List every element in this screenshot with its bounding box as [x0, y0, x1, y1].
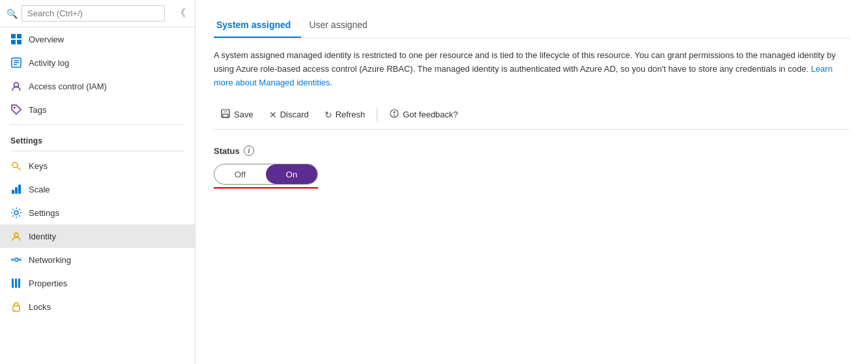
- toolbar: Save ✕ Discard ↻ Refresh Got feedback?: [214, 100, 850, 130]
- sidebar-item-locks[interactable]: Locks: [0, 295, 195, 318]
- sidebar-item-access-control[interactable]: Access control (IAM): [0, 74, 195, 98]
- discard-label: Discard: [280, 110, 309, 119]
- toggle-off-option[interactable]: Off: [214, 164, 266, 184]
- sidebar-item-identity-label: Identity: [29, 232, 56, 241]
- description-text: A system assigned managed identity is re…: [214, 49, 839, 89]
- discard-icon: ✕: [269, 110, 277, 120]
- svg-point-9: [14, 107, 16, 109]
- settings-divider: [10, 151, 184, 151]
- sidebar-item-activity-log-label: Activity log: [29, 58, 69, 68]
- sidebar-item-scale[interactable]: Scale: [0, 177, 195, 201]
- main-content: System assigned User assigned A system a…: [195, 0, 868, 364]
- svg-point-19: [20, 259, 22, 261]
- search-icon: 🔍: [7, 8, 18, 19]
- keys-icon: [10, 160, 22, 172]
- svg-point-30: [394, 112, 396, 114]
- tags-icon: [10, 104, 22, 115]
- sidebar-item-locks-label: Locks: [29, 302, 51, 312]
- tabs-container: System assigned User assigned: [214, 13, 850, 38]
- status-section: Status i: [214, 145, 850, 156]
- svg-rect-13: [15, 187, 18, 194]
- toggle-underline: [214, 187, 318, 189]
- refresh-icon: ↻: [325, 110, 332, 120]
- sidebar-item-networking[interactable]: Networking: [0, 248, 195, 271]
- discard-button[interactable]: ✕ Discard: [263, 106, 315, 123]
- svg-point-17: [15, 258, 18, 262]
- svg-point-16: [14, 233, 18, 237]
- svg-rect-3: [17, 40, 22, 44]
- sidebar-item-properties-label: Properties: [29, 279, 67, 288]
- toggle-container: Off On: [214, 164, 850, 185]
- svg-rect-0: [11, 34, 16, 38]
- save-icon: [220, 108, 231, 121]
- sidebar-item-overview-label: Overview: [29, 35, 64, 44]
- svg-rect-22: [12, 279, 14, 288]
- svg-line-11: [17, 167, 21, 170]
- sidebar-item-networking-label: Networking: [29, 255, 71, 265]
- search-box: 🔍 《: [0, 0, 195, 27]
- sidebar-item-keys-label: Keys: [29, 161, 48, 171]
- refresh-button[interactable]: ↻ Refresh: [318, 106, 372, 123]
- collapse-button[interactable]: 《: [173, 5, 188, 22]
- identity-icon: [10, 230, 22, 242]
- toolbar-separator: [377, 108, 377, 121]
- divider: [10, 124, 184, 125]
- svg-rect-2: [11, 40, 16, 44]
- svg-point-10: [12, 162, 18, 168]
- save-button[interactable]: Save: [214, 105, 260, 124]
- tab-system-assigned[interactable]: System assigned: [214, 13, 301, 38]
- locks-icon: [10, 301, 22, 312]
- activity-log-icon: [10, 57, 22, 68]
- tab-user-assigned[interactable]: User assigned: [306, 13, 378, 38]
- sidebar-item-overview[interactable]: Overview: [0, 27, 195, 51]
- svg-point-18: [12, 259, 14, 261]
- svg-point-15: [14, 211, 18, 215]
- access-control-icon: [10, 80, 22, 92]
- toggle-on-option[interactable]: On: [266, 164, 317, 184]
- properties-icon: [10, 277, 22, 289]
- sidebar: 🔍 《 Overview: [0, 0, 195, 364]
- sidebar-item-keys[interactable]: Keys: [0, 154, 195, 177]
- svg-rect-24: [18, 279, 20, 288]
- sidebar-item-settings[interactable]: Settings: [0, 201, 195, 224]
- feedback-icon: [389, 108, 399, 121]
- status-info-icon[interactable]: i: [244, 145, 254, 156]
- svg-rect-12: [12, 190, 14, 194]
- svg-rect-14: [18, 185, 21, 194]
- search-input[interactable]: [22, 5, 165, 22]
- sidebar-item-access-control-label: Access control (IAM): [29, 82, 107, 91]
- svg-rect-28: [223, 114, 228, 117]
- sidebar-nav: Overview Activity log Access control: [0, 27, 195, 364]
- networking-icon: [10, 254, 22, 265]
- sidebar-item-properties[interactable]: Properties: [0, 271, 195, 295]
- status-toggle[interactable]: Off On: [214, 164, 318, 185]
- sidebar-item-scale-label: Scale: [29, 185, 50, 194]
- refresh-label: Refresh: [336, 110, 366, 119]
- svg-rect-27: [224, 110, 227, 113]
- sidebar-item-identity[interactable]: Identity: [0, 224, 195, 248]
- svg-rect-1: [17, 34, 22, 38]
- scale-icon: [10, 183, 22, 195]
- svg-rect-25: [13, 306, 20, 311]
- overview-icon: [10, 33, 22, 45]
- feedback-label: Got feedback?: [403, 110, 458, 119]
- sidebar-item-tags[interactable]: Tags: [0, 98, 195, 121]
- save-label: Save: [234, 110, 253, 119]
- feedback-button[interactable]: Got feedback?: [383, 105, 465, 124]
- sidebar-item-activity-log[interactable]: Activity log: [0, 51, 195, 74]
- settings-section-label: Settings: [0, 127, 195, 148]
- sidebar-item-tags-label: Tags: [29, 105, 46, 115]
- svg-rect-23: [15, 279, 17, 288]
- settings-icon: [10, 207, 22, 219]
- status-text: Status: [214, 146, 240, 156]
- sidebar-item-settings-label: Settings: [29, 208, 59, 218]
